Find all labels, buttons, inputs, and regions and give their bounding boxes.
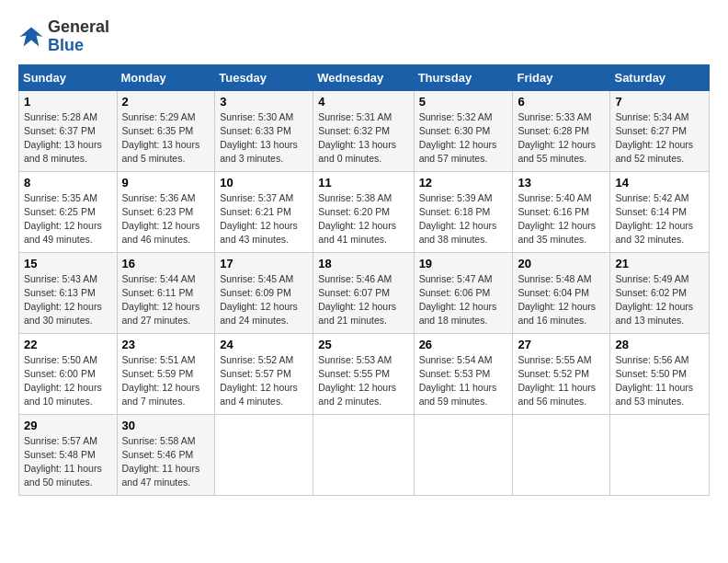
- calendar-week-row: 15Sunrise: 5:43 AMSunset: 6:13 PMDayligh…: [19, 252, 710, 333]
- header-thursday: Thursday: [414, 64, 513, 90]
- day-number: 2: [122, 95, 210, 109]
- day-info: Sunrise: 5:34 AMSunset: 6:27 PMDaylight:…: [615, 110, 704, 167]
- day-info: Sunrise: 5:40 AMSunset: 6:16 PMDaylight:…: [518, 191, 605, 247]
- day-info: Sunrise: 5:51 AMSunset: 5:59 PMDaylight:…: [122, 353, 210, 409]
- calendar-day-cell: 17Sunrise: 5:45 AMSunset: 6:09 PMDayligh…: [215, 252, 313, 333]
- calendar-day-cell: 13Sunrise: 5:40 AMSunset: 6:16 PMDayligh…: [513, 171, 610, 252]
- header-monday: Monday: [117, 64, 215, 90]
- calendar-day-cell: 12Sunrise: 5:39 AMSunset: 6:18 PMDayligh…: [414, 171, 513, 252]
- day-info: Sunrise: 5:38 AMSunset: 6:20 PMDaylight:…: [318, 191, 408, 247]
- calendar-day-cell: 2Sunrise: 5:29 AMSunset: 6:35 PMDaylight…: [117, 90, 215, 171]
- calendar-empty-cell: [513, 414, 610, 495]
- svg-marker-0: [19, 27, 42, 46]
- day-number: 5: [419, 95, 508, 109]
- day-info: Sunrise: 5:49 AMSunset: 6:02 PMDaylight:…: [615, 272, 704, 328]
- day-info: Sunrise: 5:50 AMSunset: 6:00 PMDaylight:…: [24, 353, 112, 409]
- calendar-day-cell: 6Sunrise: 5:33 AMSunset: 6:28 PMDaylight…: [513, 90, 610, 171]
- day-info: Sunrise: 5:58 AMSunset: 5:46 PMDaylight:…: [122, 434, 210, 490]
- calendar-day-cell: 19Sunrise: 5:47 AMSunset: 6:06 PMDayligh…: [414, 252, 513, 333]
- calendar-week-row: 1Sunrise: 5:28 AMSunset: 6:37 PMDaylight…: [19, 90, 710, 171]
- day-number: 9: [122, 176, 210, 190]
- day-number: 29: [24, 419, 112, 432]
- day-info: Sunrise: 5:32 AMSunset: 6:30 PMDaylight:…: [419, 110, 508, 167]
- day-number: 11: [318, 176, 408, 190]
- calendar-empty-cell: [610, 414, 710, 495]
- day-number: 3: [220, 95, 308, 109]
- calendar-day-cell: 27Sunrise: 5:55 AMSunset: 5:52 PMDayligh…: [513, 333, 610, 414]
- calendar-day-cell: 26Sunrise: 5:54 AMSunset: 5:53 PMDayligh…: [414, 333, 513, 414]
- calendar-day-cell: 20Sunrise: 5:48 AMSunset: 6:04 PMDayligh…: [513, 252, 610, 333]
- calendar-day-cell: 10Sunrise: 5:37 AMSunset: 6:21 PMDayligh…: [215, 171, 313, 252]
- day-number: 16: [122, 257, 210, 270]
- day-number: 12: [419, 176, 508, 190]
- calendar-week-row: 29Sunrise: 5:57 AMSunset: 5:48 PMDayligh…: [19, 414, 710, 495]
- day-number: 28: [615, 338, 704, 351]
- day-number: 18: [318, 257, 408, 270]
- day-info: Sunrise: 5:28 AMSunset: 6:37 PMDaylight:…: [24, 110, 112, 167]
- day-info: Sunrise: 5:29 AMSunset: 6:35 PMDaylight:…: [122, 110, 210, 167]
- calendar-day-cell: 14Sunrise: 5:42 AMSunset: 6:14 PMDayligh…: [610, 171, 710, 252]
- day-info: Sunrise: 5:48 AMSunset: 6:04 PMDaylight:…: [518, 272, 605, 328]
- calendar-empty-cell: [215, 414, 313, 495]
- day-number: 14: [615, 176, 704, 190]
- calendar-day-cell: 7Sunrise: 5:34 AMSunset: 6:27 PMDaylight…: [610, 90, 710, 171]
- day-number: 17: [220, 257, 308, 270]
- day-number: 26: [419, 338, 508, 351]
- header-wednesday: Wednesday: [313, 64, 414, 90]
- day-info: Sunrise: 5:30 AMSunset: 6:33 PMDaylight:…: [220, 110, 308, 167]
- calendar-week-row: 8Sunrise: 5:35 AMSunset: 6:25 PMDaylight…: [19, 171, 710, 252]
- day-number: 1: [24, 95, 112, 109]
- day-info: Sunrise: 5:43 AMSunset: 6:13 PMDaylight:…: [24, 272, 112, 328]
- day-number: 19: [419, 257, 508, 270]
- header-friday: Friday: [513, 64, 610, 90]
- logo: General Blue: [18, 18, 109, 55]
- calendar-day-cell: 15Sunrise: 5:43 AMSunset: 6:13 PMDayligh…: [19, 252, 118, 333]
- header-tuesday: Tuesday: [215, 64, 313, 90]
- calendar-day-cell: 5Sunrise: 5:32 AMSunset: 6:30 PMDaylight…: [414, 90, 513, 171]
- day-number: 30: [122, 419, 210, 432]
- logo-bird-icon: [18, 24, 44, 50]
- day-number: 15: [24, 257, 112, 270]
- day-number: 23: [122, 338, 210, 351]
- day-number: 4: [318, 95, 408, 109]
- day-info: Sunrise: 5:52 AMSunset: 5:57 PMDaylight:…: [220, 353, 308, 409]
- calendar-day-cell: 9Sunrise: 5:36 AMSunset: 6:23 PMDaylight…: [117, 171, 215, 252]
- day-info: Sunrise: 5:46 AMSunset: 6:07 PMDaylight:…: [318, 272, 408, 328]
- day-info: Sunrise: 5:44 AMSunset: 6:11 PMDaylight:…: [122, 272, 210, 328]
- day-info: Sunrise: 5:55 AMSunset: 5:52 PMDaylight:…: [518, 353, 605, 409]
- day-info: Sunrise: 5:35 AMSunset: 6:25 PMDaylight:…: [24, 191, 112, 247]
- calendar-day-cell: 8Sunrise: 5:35 AMSunset: 6:25 PMDaylight…: [19, 171, 118, 252]
- calendar-day-cell: 30Sunrise: 5:58 AMSunset: 5:46 PMDayligh…: [117, 414, 215, 495]
- day-info: Sunrise: 5:36 AMSunset: 6:23 PMDaylight:…: [122, 191, 210, 247]
- calendar-day-cell: 1Sunrise: 5:28 AMSunset: 6:37 PMDaylight…: [19, 90, 118, 171]
- calendar-day-cell: 11Sunrise: 5:38 AMSunset: 6:20 PMDayligh…: [313, 171, 414, 252]
- header-sunday: Sunday: [19, 64, 118, 90]
- day-number: 20: [518, 257, 605, 270]
- day-info: Sunrise: 5:42 AMSunset: 6:14 PMDaylight:…: [615, 191, 704, 247]
- day-info: Sunrise: 5:45 AMSunset: 6:09 PMDaylight:…: [220, 272, 308, 328]
- logo-text: General Blue: [48, 18, 109, 55]
- page-header: General Blue: [18, 18, 710, 55]
- calendar-table: SundayMondayTuesdayWednesdayThursdayFrid…: [18, 64, 710, 496]
- calendar-header-row: SundayMondayTuesdayWednesdayThursdayFrid…: [19, 64, 710, 90]
- calendar-day-cell: 21Sunrise: 5:49 AMSunset: 6:02 PMDayligh…: [610, 252, 710, 333]
- calendar-day-cell: 16Sunrise: 5:44 AMSunset: 6:11 PMDayligh…: [117, 252, 215, 333]
- calendar-day-cell: 18Sunrise: 5:46 AMSunset: 6:07 PMDayligh…: [313, 252, 414, 333]
- calendar-day-cell: 24Sunrise: 5:52 AMSunset: 5:57 PMDayligh…: [215, 333, 313, 414]
- day-number: 24: [220, 338, 308, 351]
- calendar-day-cell: 29Sunrise: 5:57 AMSunset: 5:48 PMDayligh…: [19, 414, 118, 495]
- calendar-week-row: 22Sunrise: 5:50 AMSunset: 6:00 PMDayligh…: [19, 333, 710, 414]
- day-number: 13: [518, 176, 605, 190]
- day-info: Sunrise: 5:31 AMSunset: 6:32 PMDaylight:…: [318, 110, 408, 167]
- day-info: Sunrise: 5:56 AMSunset: 5:50 PMDaylight:…: [615, 353, 704, 409]
- day-info: Sunrise: 5:33 AMSunset: 6:28 PMDaylight:…: [518, 110, 605, 167]
- calendar-day-cell: 25Sunrise: 5:53 AMSunset: 5:55 PMDayligh…: [313, 333, 414, 414]
- day-info: Sunrise: 5:37 AMSunset: 6:21 PMDaylight:…: [220, 191, 308, 247]
- day-info: Sunrise: 5:54 AMSunset: 5:53 PMDaylight:…: [419, 353, 508, 409]
- day-number: 22: [24, 338, 112, 351]
- day-info: Sunrise: 5:57 AMSunset: 5:48 PMDaylight:…: [24, 434, 112, 490]
- day-number: 21: [615, 257, 704, 270]
- day-info: Sunrise: 5:53 AMSunset: 5:55 PMDaylight:…: [318, 353, 408, 409]
- day-number: 10: [220, 176, 308, 190]
- day-number: 8: [24, 176, 112, 190]
